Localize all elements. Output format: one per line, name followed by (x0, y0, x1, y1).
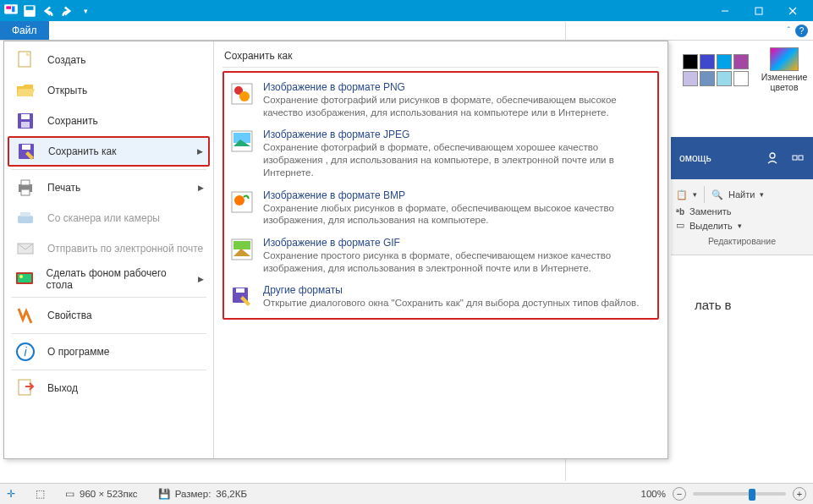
word-titlebar: омощь (671, 137, 813, 179)
submenu-arrow-icon: ▶ (197, 147, 203, 156)
menu-new[interactable]: Создать (8, 45, 210, 75)
close-button[interactable] (776, 0, 810, 21)
svg-rect-39 (793, 156, 797, 160)
window-controls-icon[interactable] (791, 151, 805, 165)
wallpaper-icon (14, 267, 36, 291)
app-icon (3, 3, 19, 19)
svg-point-23 (19, 275, 23, 278)
menu-about[interactable]: i О программе (8, 337, 210, 367)
png-icon (229, 81, 255, 107)
format-label: Изображение в формате JPEG (263, 129, 652, 140)
format-label: Другие форматы (263, 284, 639, 296)
svg-rect-4 (26, 6, 34, 10)
status-canvas-size: ▭ 960 × 523пкс (65, 488, 138, 500)
gif-icon (229, 237, 255, 262)
format-desc: Сохранение простого рисунка в формате, о… (263, 249, 652, 274)
paste-icon[interactable]: 📋 (676, 189, 688, 200)
menu-wallpaper[interactable]: Сделать фоном рабочего стола ▶ (8, 264, 210, 294)
svg-point-38 (770, 153, 775, 158)
zoom-in-button[interactable]: + (793, 487, 806, 501)
format-bmp[interactable]: Изображение в формате BMP Сохранение люб… (226, 184, 656, 232)
file-tab[interactable]: Файл (0, 21, 49, 40)
help-button[interactable]: ? (795, 25, 808, 37)
share-icon[interactable] (766, 151, 779, 165)
disk-icon: 💾 (158, 488, 170, 500)
word-tab-label: омощь (679, 152, 711, 164)
color-palette: Изменение цветов (683, 47, 813, 92)
color-swatch[interactable] (717, 54, 732, 69)
menu-label: Отправить по электронной почте (47, 243, 203, 255)
canvas-size-value: 960 × 523пкс (80, 489, 138, 499)
zoom-slider[interactable] (693, 492, 786, 496)
menu-label: Создать (47, 54, 86, 66)
bmp-icon (229, 189, 255, 215)
qat-save-button[interactable] (22, 3, 37, 19)
find-label[interactable]: Найти (728, 189, 755, 200)
edit-colors-button[interactable]: Изменение цветов (755, 47, 813, 92)
menu-label: Печать (47, 182, 80, 194)
qat-undo-button[interactable] (41, 3, 56, 19)
separator (11, 169, 206, 170)
zoom-value: 100% (641, 489, 666, 499)
email-icon (14, 237, 37, 260)
edit-colors-icon (770, 47, 799, 71)
format-desc: Сохранение фотографий в формате, обеспеч… (263, 141, 652, 178)
color-swatch[interactable] (683, 54, 698, 69)
color-swatch[interactable] (683, 71, 698, 86)
menu-properties[interactable]: Свойства (8, 300, 210, 331)
menu-exit[interactable]: Выход (8, 373, 210, 403)
format-label: Изображение в формате GIF (263, 237, 652, 249)
separator (11, 370, 206, 370)
menu-label: Сделать фоном рабочего стола (47, 267, 189, 291)
format-gif[interactable]: Изображение в формате GIF Сохранение про… (226, 232, 656, 279)
qat-redo-button[interactable] (59, 3, 74, 19)
select-label[interactable]: Выделить (689, 221, 733, 231)
separator (11, 297, 206, 298)
open-icon (14, 79, 37, 102)
save-as-icon (14, 140, 38, 163)
color-swatch[interactable] (717, 71, 732, 86)
replace-label[interactable]: Заменить (689, 206, 731, 216)
menu-save-as[interactable]: Сохранить как ▶ (8, 136, 210, 167)
ribbon-collapse-icon[interactable]: ˆ (788, 26, 790, 36)
word-editing-group: 📋▾🔍Найти▾ ᵃbЗаменить ▭Выделить▾ Редактир… (671, 179, 813, 255)
menu-label: Со сканера или камеры (47, 212, 160, 224)
file-menu: Создать Открыть Сохранить Сохранить как … (3, 41, 668, 459)
zoom-out-button[interactable]: − (673, 487, 686, 501)
status-cursor: ✛ (7, 488, 15, 500)
save-icon (14, 109, 37, 133)
color-swatch[interactable] (700, 54, 715, 69)
svg-rect-9 (19, 52, 30, 67)
format-png[interactable]: Изображение в формате PNG Сохранение фот… (226, 76, 656, 123)
menu-label: О программе (47, 346, 109, 358)
svg-rect-6 (755, 8, 762, 14)
file-menu-right-pane: Сохранить как Изображение в формате PNG … (214, 41, 667, 458)
svg-rect-17 (21, 189, 30, 195)
zoom-thumb[interactable] (749, 489, 755, 501)
minimize-button[interactable] (708, 0, 742, 21)
color-swatch[interactable] (700, 71, 715, 86)
menu-open[interactable]: Открыть (8, 75, 210, 106)
editing-group-label: Редактирование (676, 236, 808, 246)
word-document-body: лать в (671, 255, 813, 319)
exit-icon (14, 376, 37, 400)
color-swatch[interactable] (733, 71, 749, 86)
body-text: лать в (695, 298, 732, 312)
jpeg-icon (229, 129, 255, 154)
maximize-button[interactable] (742, 0, 776, 21)
color-swatch[interactable] (733, 54, 749, 69)
menu-save[interactable]: Сохранить (8, 106, 210, 136)
format-label: Изображение в формате PNG (263, 81, 652, 93)
svg-rect-12 (21, 122, 30, 128)
word-window-fragment: омощь 📋▾🔍Найти▾ ᵃbЗаменить ▭Выделить▾ Ре… (671, 137, 813, 458)
status-selection: ⬚ (36, 488, 45, 500)
menu-print[interactable]: Печать ▶ (8, 173, 210, 203)
file-size-label: Размер: (175, 489, 211, 499)
format-jpeg[interactable]: Изображение в формате JPEG Сохранение фо… (226, 123, 656, 184)
ribbon-tabs: Файл ˆ ? (0, 21, 813, 41)
about-icon: i (14, 340, 37, 364)
format-other[interactable]: Другие форматы Открытие диалогового окна… (226, 279, 656, 315)
menu-label: Открыть (47, 85, 87, 96)
qat-customize-button[interactable]: ▾ (78, 3, 93, 19)
svg-rect-1 (6, 6, 11, 8)
